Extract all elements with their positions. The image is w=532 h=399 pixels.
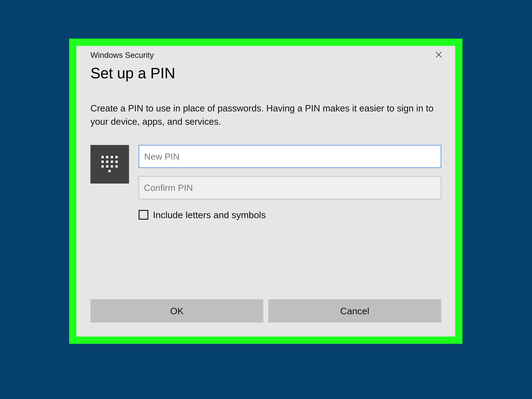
svg-rect-7 xyxy=(106,161,108,163)
svg-rect-5 xyxy=(115,156,118,158)
ok-button[interactable]: OK xyxy=(90,299,263,323)
svg-rect-4 xyxy=(111,156,113,158)
svg-rect-9 xyxy=(115,161,118,163)
confirm-pin-input[interactable] xyxy=(139,176,441,199)
svg-rect-14 xyxy=(108,170,111,172)
cancel-button[interactable]: Cancel xyxy=(268,299,441,323)
include-letters-checkbox[interactable] xyxy=(139,210,148,220)
svg-rect-8 xyxy=(111,161,113,163)
svg-rect-6 xyxy=(101,161,104,163)
dialog-header: Windows Security Set up a PIN xyxy=(90,46,441,82)
svg-rect-3 xyxy=(106,156,108,158)
svg-rect-13 xyxy=(115,165,118,168)
app-title: Windows Security xyxy=(90,51,441,60)
svg-rect-2 xyxy=(101,156,104,158)
svg-rect-10 xyxy=(101,165,104,168)
inputs-column: Include letters and symbols xyxy=(139,145,441,220)
input-section: Include letters and symbols xyxy=(90,145,441,220)
include-letters-label: Include letters and symbols xyxy=(153,209,266,220)
close-button[interactable] xyxy=(433,49,444,61)
dialog-heading: Set up a PIN xyxy=(90,65,441,82)
highlight-border: Windows Security Set up a PIN Create a P… xyxy=(69,38,462,344)
close-icon xyxy=(435,51,442,59)
pin-setup-dialog: Windows Security Set up a PIN Create a P… xyxy=(76,46,455,336)
new-pin-input[interactable] xyxy=(139,145,441,168)
dialog-description: Create a PIN to use in place of password… xyxy=(90,102,441,128)
keypad-icon xyxy=(90,145,129,184)
include-letters-row: Include letters and symbols xyxy=(139,209,441,220)
svg-rect-11 xyxy=(106,165,108,168)
svg-rect-12 xyxy=(111,165,113,168)
dialog-buttons: OK Cancel xyxy=(90,299,441,323)
